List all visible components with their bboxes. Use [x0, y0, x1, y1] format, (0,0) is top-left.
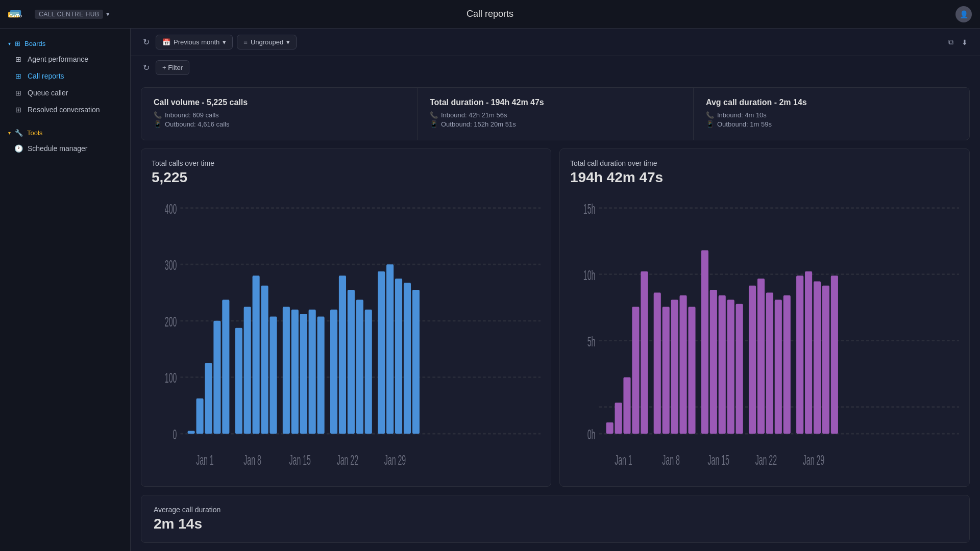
refresh-button[interactable]: ↻: [141, 35, 152, 49]
svg-rect-65: [727, 299, 734, 434]
inbound-phone-icon-2: 📞: [430, 111, 438, 119]
svg-rect-31: [356, 299, 363, 434]
svg-text:Jan 1: Jan 1: [196, 452, 214, 468]
chevron-down-icon: ▾: [223, 38, 226, 46]
duration-chart-area: 15h 10h 5h 0h: [570, 194, 959, 476]
copy-button[interactable]: ⧉: [946, 36, 955, 48]
download-button[interactable]: ⬇: [960, 36, 970, 48]
inbound-phone-icon: 📞: [154, 111, 162, 119]
svg-rect-63: [710, 290, 717, 434]
svg-text:GoTo: GoTo: [9, 13, 22, 18]
sidebar-item-call-reports[interactable]: ⊞ Call reports: [2, 68, 128, 84]
svg-rect-55: [632, 307, 639, 434]
toolbar-row1: ↻ 📅 Previous month ▾ ≡ Ungrouped ▾ ⧉ ⬇: [131, 29, 980, 56]
svg-rect-28: [330, 310, 337, 434]
outbound-phone-icon-2: 📱: [430, 120, 438, 128]
svg-text:300: 300: [165, 257, 177, 273]
outbound-phone-icon: 📱: [154, 120, 162, 128]
calls-chart-title: Total calls over time: [152, 159, 541, 167]
refresh-button-2[interactable]: ↻: [141, 61, 152, 74]
svg-rect-19: [244, 307, 251, 434]
svg-text:Jan 22: Jan 22: [755, 452, 777, 468]
svg-rect-26: [309, 310, 316, 434]
ungrouped-button[interactable]: ≡ Ungrouped ▾: [237, 35, 297, 49]
workspace-selector[interactable]: CALL CENTRE HUB ▾: [35, 10, 110, 19]
stat-call-volume: Call volume - 5,225 calls 📞 Inbound: 609…: [141, 88, 418, 140]
sidebar-item-resolved-conversation[interactable]: ⊞ Resolved conversation: [2, 102, 128, 118]
svg-text:Jan 29: Jan 29: [384, 452, 406, 468]
svg-text:Jan 29: Jan 29: [803, 452, 824, 468]
resolved-conversation-icon: ⊞: [14, 106, 22, 114]
svg-rect-35: [395, 279, 402, 434]
agent-performance-icon: ⊞: [14, 55, 22, 63]
svg-rect-24: [291, 310, 299, 434]
svg-rect-70: [775, 299, 782, 434]
svg-text:100: 100: [165, 370, 177, 386]
avg-duration-card-value: 2m 14s: [154, 516, 957, 532]
svg-rect-54: [623, 377, 630, 434]
sidebar: ▾ ⊞ Boards ⊞ Agent performance ⊞ Call re…: [0, 29, 131, 551]
svg-rect-20: [253, 276, 260, 434]
sidebar-item-schedule-manager[interactable]: 🕐 Schedule manager: [2, 140, 128, 157]
svg-text:Jan 8: Jan 8: [243, 452, 261, 468]
svg-text:Jan 8: Jan 8: [662, 452, 680, 468]
calls-chart-value: 5,225: [152, 169, 541, 186]
svg-rect-58: [663, 307, 670, 434]
avg-duration-outbound: 📱 Outbound: 1m 59s: [706, 120, 957, 128]
svg-rect-71: [783, 295, 791, 434]
inbound-phone-icon-3: 📞: [706, 111, 714, 119]
svg-rect-29: [339, 276, 346, 434]
avg-duration-card-title: Average call duration: [154, 506, 957, 514]
svg-rect-16: [213, 321, 220, 434]
call-volume-inbound: 📞 Inbound: 609 calls: [154, 111, 405, 119]
workspace-chevron: ▾: [106, 10, 110, 18]
topbar-right: 👤: [955, 6, 972, 22]
svg-rect-23: [283, 307, 290, 434]
svg-text:Jan 22: Jan 22: [337, 452, 358, 468]
boards-section: ▾ ⊞ Boards ⊞ Agent performance ⊞ Call re…: [0, 37, 130, 118]
filter-button[interactable]: + Filter: [156, 60, 189, 75]
sidebar-item-label: Queue caller: [28, 89, 68, 97]
tools-icon: 🔧: [15, 129, 23, 137]
avatar[interactable]: 👤: [955, 6, 972, 22]
ungrouped-icon: ≡: [243, 38, 248, 46]
toolbar-right: ⧉ ⬇: [946, 36, 970, 48]
svg-rect-66: [736, 304, 743, 434]
stats-row: Call volume - 5,225 calls 📞 Inbound: 609…: [141, 87, 970, 140]
svg-text:Jan 1: Jan 1: [615, 452, 632, 468]
svg-rect-13: [188, 431, 195, 434]
toolbar-row2: ↻ + Filter: [131, 56, 980, 79]
tools-section-header[interactable]: ▾ 🔧 Tools: [0, 126, 130, 140]
svg-text:Jan 15: Jan 15: [289, 452, 311, 468]
svg-rect-68: [757, 279, 765, 434]
previous-month-label: Previous month: [174, 38, 219, 46]
svg-rect-15: [205, 363, 212, 434]
calls-chart-card: Total calls over time 5,225 400 300 200: [141, 148, 551, 487]
topbar: GoTo CALL CENTRE HUB ▾ Call reports 👤: [0, 0, 980, 29]
ungrouped-chevron-icon: ▾: [286, 38, 290, 46]
svg-rect-59: [671, 299, 678, 434]
boards-section-header[interactable]: ▾ ⊞ Boards: [0, 37, 130, 51]
svg-rect-72: [796, 276, 803, 434]
calls-chart-area: 400 300 200 100 0: [152, 194, 541, 476]
svg-rect-18: [235, 328, 242, 434]
tools-section: ▾ 🔧 Tools 🕐 Schedule manager: [0, 126, 130, 157]
sidebar-item-label: Agent performance: [28, 55, 88, 63]
call-volume-title: Call volume - 5,225 calls: [154, 98, 405, 107]
tools-label: Tools: [27, 129, 42, 137]
svg-rect-74: [814, 281, 821, 434]
svg-rect-73: [805, 271, 812, 434]
calls-chart-svg: 400 300 200 100 0: [152, 194, 541, 476]
svg-rect-52: [606, 422, 614, 434]
sidebar-item-queue-caller[interactable]: ⊞ Queue caller: [2, 85, 128, 101]
sidebar-item-agent-performance[interactable]: ⊞ Agent performance: [2, 51, 128, 67]
workspace-name: CALL CENTRE HUB: [35, 10, 103, 19]
svg-rect-17: [222, 299, 229, 434]
svg-rect-53: [615, 403, 622, 434]
ungrouped-label: Ungrouped: [251, 38, 283, 46]
boards-chevron: ▾: [8, 41, 11, 46]
svg-rect-37: [412, 290, 420, 434]
previous-month-button[interactable]: 📅 Previous month ▾: [156, 35, 233, 49]
sidebar-item-label: Call reports: [28, 72, 64, 80]
tools-chevron: ▾: [8, 130, 11, 136]
